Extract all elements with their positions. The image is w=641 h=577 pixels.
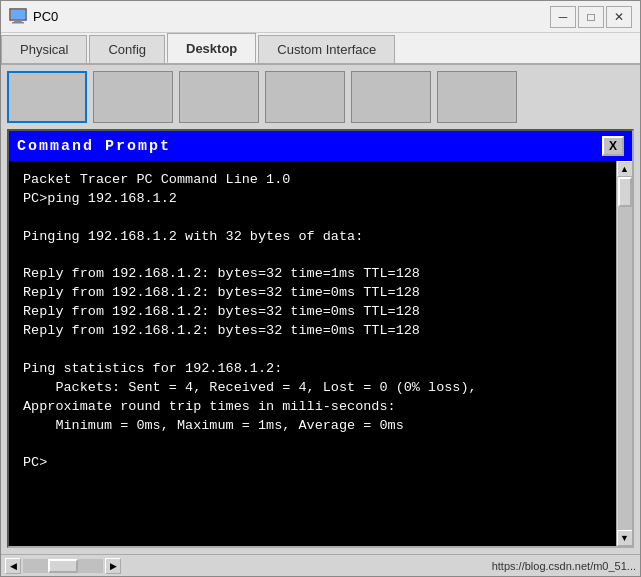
maximize-button[interactable]: □ <box>578 6 604 28</box>
window-title: PC0 <box>33 9 58 24</box>
scroll-down-arrow[interactable]: ▼ <box>617 530 633 546</box>
thumbnail-4[interactable] <box>265 71 345 123</box>
cmd-title-bar: Command Prompt X <box>9 131 632 161</box>
title-bar: PC0 ─ □ ✕ <box>1 1 640 33</box>
tab-desktop[interactable]: Desktop <box>167 33 256 63</box>
close-window-button[interactable]: ✕ <box>606 6 632 28</box>
tab-config[interactable]: Config <box>89 35 165 63</box>
svg-rect-2 <box>12 22 24 24</box>
main-window: PC0 ─ □ ✕ Physical Config Desktop Custom… <box>0 0 641 577</box>
h-scroll-thumb[interactable] <box>48 559 78 573</box>
tab-physical[interactable]: Physical <box>1 35 87 63</box>
vertical-scrollbar: ▲ ▼ <box>616 161 632 546</box>
cmd-body[interactable]: Packet Tracer PC Command Line 1.0 PC>pin… <box>9 161 616 546</box>
thumbnail-6[interactable] <box>437 71 517 123</box>
inner-window: Command Prompt X Packet Tracer PC Comman… <box>7 129 634 548</box>
bottom-bar: ◀ ▶ https://blog.csdn.net/m0_51... <box>1 554 640 576</box>
computer-icon <box>9 8 27 26</box>
svg-rect-1 <box>14 20 22 22</box>
cmd-title-text: Command Prompt <box>17 138 171 155</box>
scroll-up-arrow[interactable]: ▲ <box>617 161 633 177</box>
scroll-thumb[interactable] <box>618 177 632 207</box>
thumbnail-3[interactable] <box>179 71 259 123</box>
cmd-close-button[interactable]: X <box>602 136 624 156</box>
scroll-track[interactable] <box>618 177 632 530</box>
scroll-right-arrow[interactable]: ▶ <box>105 558 121 574</box>
horizontal-scrollbar: ◀ ▶ <box>5 558 121 574</box>
cmd-scroll-container: Packet Tracer PC Command Line 1.0 PC>pin… <box>9 161 632 546</box>
title-controls: ─ □ ✕ <box>550 6 632 28</box>
thumbnail-1[interactable] <box>7 71 87 123</box>
thumbnail-bar <box>7 71 634 123</box>
thumbnail-2[interactable] <box>93 71 173 123</box>
content-area: Command Prompt X Packet Tracer PC Comman… <box>1 65 640 554</box>
svg-rect-3 <box>11 10 25 19</box>
tab-custom-interface[interactable]: Custom Interface <box>258 35 395 63</box>
title-bar-left: PC0 <box>9 8 58 26</box>
thumbnail-5[interactable] <box>351 71 431 123</box>
h-scroll-track[interactable] <box>23 559 103 573</box>
status-url: https://blog.csdn.net/m0_51... <box>492 560 636 572</box>
scroll-left-arrow[interactable]: ◀ <box>5 558 21 574</box>
tab-bar: Physical Config Desktop Custom Interface <box>1 33 640 65</box>
minimize-button[interactable]: ─ <box>550 6 576 28</box>
